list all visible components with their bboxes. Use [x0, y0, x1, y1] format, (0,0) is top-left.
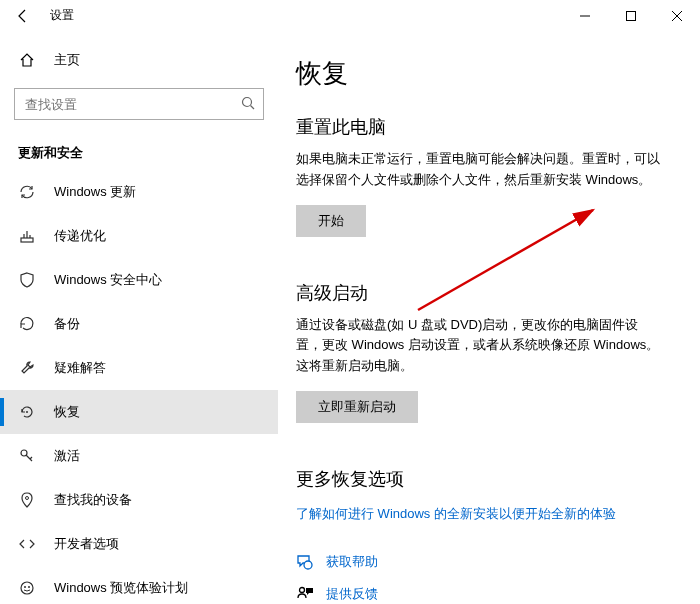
sidebar-item-find-my-device[interactable]: 查找我的设备 [0, 478, 278, 522]
sidebar-item-label: 查找我的设备 [54, 491, 132, 509]
sidebar-item-label: 激活 [54, 447, 80, 465]
home-icon [18, 51, 36, 69]
more-recovery-title: 更多恢复选项 [296, 467, 660, 491]
home-label: 主页 [54, 51, 80, 69]
svg-rect-1 [627, 11, 636, 20]
reset-pc-desc: 如果电脑未正常运行，重置电脑可能会解决问题。重置时，可以选择保留个人文件或删除个… [296, 149, 660, 191]
sidebar-item-label: 恢复 [54, 403, 80, 421]
sidebar-item-label: 开发者选项 [54, 535, 119, 553]
get-help-link[interactable]: 获取帮助 [326, 553, 378, 571]
titlebar: 设置 [0, 0, 700, 32]
advanced-startup-title: 高级启动 [296, 281, 660, 305]
reset-pc-title: 重置此电脑 [296, 115, 660, 139]
delivery-icon [18, 227, 36, 245]
recovery-icon [18, 403, 36, 421]
sidebar-item-delivery-optimization[interactable]: 传递优化 [0, 214, 278, 258]
sidebar-item-label: Windows 更新 [54, 183, 136, 201]
main-content: 恢复 重置此电脑 如果电脑未正常运行，重置电脑可能会解决问题。重置时，可以选择保… [278, 32, 700, 604]
sidebar-item-label: 传递优化 [54, 227, 106, 245]
sidebar-item-activation[interactable]: 激活 [0, 434, 278, 478]
reset-pc-section: 重置此电脑 如果电脑未正常运行，重置电脑可能会解决问题。重置时，可以选择保留个人… [296, 115, 660, 237]
sidebar-item-label: Windows 安全中心 [54, 271, 162, 289]
svg-point-10 [21, 582, 33, 594]
svg-point-11 [24, 586, 26, 588]
svg-rect-6 [21, 238, 33, 242]
svg-point-7 [26, 411, 28, 413]
chat-icon [296, 553, 314, 571]
search-input[interactable] [25, 97, 241, 112]
get-help-row: 获取帮助 [296, 553, 660, 571]
restart-now-button[interactable]: 立即重新启动 [296, 391, 418, 423]
back-button[interactable] [14, 7, 32, 25]
feedback-row: 提供反馈 [296, 585, 660, 603]
key-icon [18, 447, 36, 465]
sidebar-item-windows-security[interactable]: Windows 安全中心 [0, 258, 278, 302]
svg-point-12 [28, 586, 30, 588]
maximize-button[interactable] [608, 0, 654, 32]
sidebar-item-label: 疑难解答 [54, 359, 106, 377]
svg-point-15 [300, 587, 305, 592]
reset-start-button[interactable]: 开始 [296, 205, 366, 237]
sidebar-item-backup[interactable]: 备份 [0, 302, 278, 346]
sidebar-item-windows-update[interactable]: Windows 更新 [0, 170, 278, 214]
advanced-startup-desc: 通过设备或磁盘(如 U 盘或 DVD)启动，更改你的电脑固件设置，更改 Wind… [296, 315, 660, 377]
page-title: 恢复 [296, 56, 660, 91]
advanced-startup-section: 高级启动 通过设备或磁盘(如 U 盘或 DVD)启动，更改你的电脑固件设置，更改… [296, 281, 660, 423]
code-icon [18, 535, 36, 553]
more-recovery-section: 更多恢复选项 了解如何进行 Windows 的全新安装以便开始全新的体验 [296, 467, 660, 523]
svg-point-4 [243, 97, 252, 106]
fresh-install-link[interactable]: 了解如何进行 Windows 的全新安装以便开始全新的体验 [296, 505, 660, 523]
feedback-link[interactable]: 提供反馈 [326, 585, 378, 603]
feedback-icon [296, 585, 314, 603]
window-title: 设置 [50, 7, 74, 24]
search-box[interactable] [14, 88, 264, 120]
backup-icon [18, 315, 36, 333]
sidebar-item-label: 备份 [54, 315, 80, 333]
search-icon [241, 96, 255, 113]
sidebar-item-insider[interactable]: Windows 预览体验计划 [0, 566, 278, 604]
close-button[interactable] [654, 0, 700, 32]
sync-icon [18, 183, 36, 201]
sidebar-item-recovery[interactable]: 恢复 [0, 390, 278, 434]
wrench-icon [18, 359, 36, 377]
svg-point-14 [304, 561, 312, 569]
sidebar-item-developer[interactable]: 开发者选项 [0, 522, 278, 566]
sidebar-item-label: Windows 预览体验计划 [54, 579, 188, 597]
minimize-button[interactable] [562, 0, 608, 32]
window-controls [562, 0, 700, 32]
sidebar-item-troubleshoot[interactable]: 疑难解答 [0, 346, 278, 390]
location-icon [18, 491, 36, 509]
sidebar: 主页 更新和安全 Windows 更新 传递优化 Windows 安全中心 [0, 32, 278, 604]
shield-icon [18, 271, 36, 289]
insider-icon [18, 579, 36, 597]
home-link[interactable]: 主页 [0, 40, 278, 80]
svg-point-9 [26, 497, 29, 500]
sidebar-section-header: 更新和安全 [0, 134, 278, 170]
svg-line-5 [251, 105, 255, 109]
